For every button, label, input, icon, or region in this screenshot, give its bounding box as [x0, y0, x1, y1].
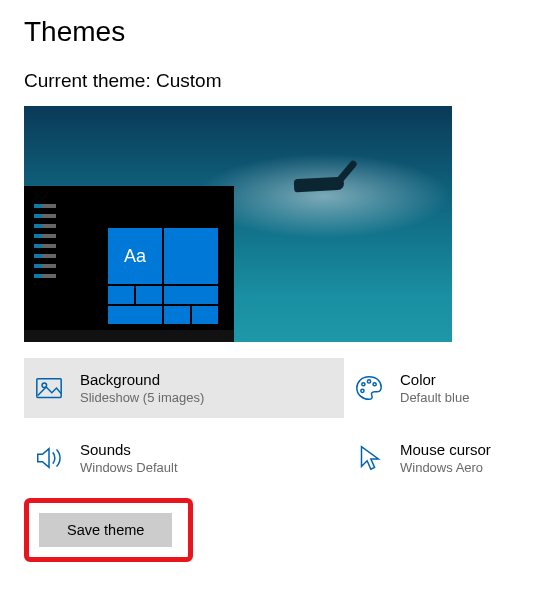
option-sounds-label: Sounds [80, 441, 178, 458]
page-title: Themes [24, 16, 525, 48]
save-theme-highlight: Save theme [24, 498, 193, 562]
option-background-value: Slideshow (5 images) [80, 390, 204, 405]
option-sounds-value: Windows Default [80, 460, 178, 475]
current-theme-label: Current theme: Custom [24, 70, 525, 92]
svg-point-4 [373, 383, 376, 386]
svg-rect-0 [37, 379, 61, 398]
theme-preview: Aa [24, 106, 452, 342]
option-background-label: Background [80, 371, 204, 388]
option-color[interactable]: Color Default blue [344, 358, 525, 418]
svg-point-5 [361, 389, 364, 392]
option-cursor-label: Mouse cursor [400, 441, 491, 458]
option-background[interactable]: Background Slideshow (5 images) [24, 358, 344, 418]
option-color-value: Default blue [400, 390, 469, 405]
speaker-icon [32, 441, 66, 475]
option-color-label: Color [400, 371, 469, 388]
svg-point-3 [367, 380, 370, 383]
svg-point-2 [362, 383, 365, 386]
cursor-icon [352, 441, 386, 475]
save-theme-button[interactable]: Save theme [39, 513, 172, 547]
picture-icon [32, 371, 66, 405]
option-mouse-cursor[interactable]: Mouse cursor Windows Aero [344, 428, 525, 488]
option-sounds[interactable]: Sounds Windows Default [24, 428, 344, 488]
option-cursor-value: Windows Aero [400, 460, 491, 475]
palette-icon [352, 371, 386, 405]
preview-tile-aa: Aa [108, 228, 162, 284]
